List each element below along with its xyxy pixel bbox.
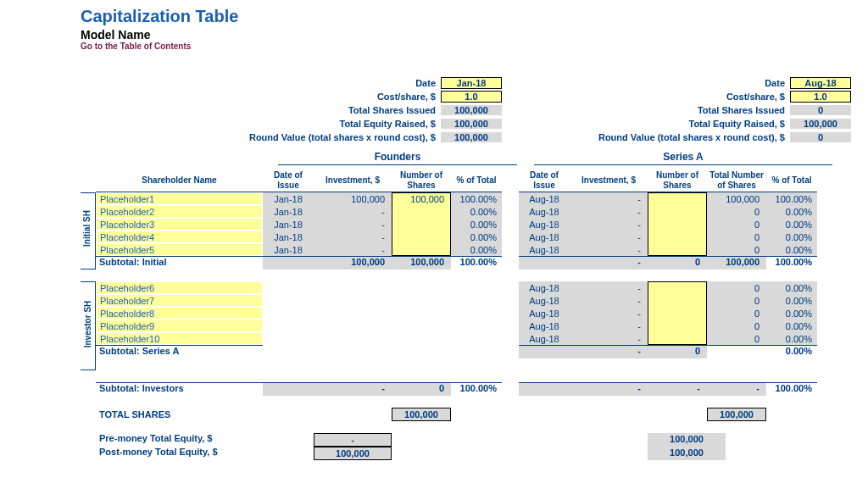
cell-a-shares[interactable] [648,243,707,256]
table-row: Placeholder2Jan-18-0.00%Aug-18-00.00% [96,205,851,218]
label-investor-sh: Investor SH [83,299,92,350]
table-row: Placeholder10Aug-18-00.00% [96,332,851,345]
col-a-total: Total Number of Shares [707,169,766,192]
cell-a-pct: 0.00% [766,307,817,320]
cell-a-shares[interactable] [648,332,707,345]
pre-money-a: 100,000 [648,433,726,447]
table-row: Placeholder7Aug-18-00.00% [96,294,851,307]
shareholder-name[interactable]: Placeholder2 [96,205,263,218]
total-shares-label: TOTAL SHARES [96,409,263,420]
cell-f-pct: 0.00% [451,243,502,256]
cell-a-date: Aug-18 [519,231,570,243]
cell-f-inv: - [314,231,392,243]
cell-a-date: Aug-18 [519,243,570,256]
shareholder-name[interactable]: Placeholder10 [96,332,263,345]
shareholder-name[interactable]: Placeholder5 [96,243,263,256]
cell-a-shares[interactable] [648,205,707,218]
cell-a-total: 0 [707,281,766,294]
cell-a-total: 0 [707,307,766,320]
table-row: Placeholder8Aug-18-00.00% [96,307,851,320]
col-shareholder: Shareholder Name [96,169,263,192]
cell-a-date: Aug-18 [519,294,570,307]
table-row: Placeholder6Aug-18-00.00% [96,281,851,294]
cell-a-shares[interactable] [648,231,707,243]
seriesa-cost[interactable]: 1.0 [790,91,851,103]
subtotal-investors-f-sh: 0 [392,382,451,396]
cell-f-inv: - [314,243,392,256]
shareholder-name[interactable]: Placeholder8 [96,307,263,320]
cell-a-date: Aug-18 [519,192,570,205]
cell-a-date: Aug-18 [519,307,570,320]
cell-a-pct: 0.00% [766,205,817,218]
cell-f-shares[interactable] [392,231,451,243]
label-equity-a: Total Equity Raised, $ [536,119,790,129]
cell-a-shares[interactable] [648,218,707,231]
shareholder-name[interactable]: Placeholder4 [96,231,263,243]
row-subtotal-initial: Subtotal: Initial100,000100,000100.00%-0… [96,256,851,270]
label-equity: Total Equity Raised, $ [186,119,441,129]
col-f-shares: Number of Shares [392,169,451,192]
group-initial: Initial SH Placeholder1Jan-18100,000100,… [81,192,851,270]
col-f-pct: % of Total [451,169,502,192]
cell-f-pct: 0.00% [451,218,502,231]
shareholder-name[interactable]: Placeholder6 [96,281,263,294]
cell-a-total: 0 [707,243,766,256]
shareholder-name[interactable]: Placeholder7 [96,294,263,307]
cell-a-shares[interactable] [648,320,707,332]
total-shares-f: 100,000 [392,408,451,421]
table-row: Placeholder4Jan-18-0.00%Aug-18-00.00% [96,231,851,243]
cell-a-total: 100,000 [707,192,766,205]
cell-f-shares[interactable] [392,218,451,231]
post-money-f: 100,000 [314,447,392,460]
label-cost-a: Cost/share, $ [536,92,790,102]
col-a-inv: Investment, $ [570,169,648,192]
founders-date[interactable]: Jan-18 [441,77,502,89]
cell-a-inv: - [570,332,648,345]
cell-f-pct: 100.00% [451,192,502,205]
table-row: Placeholder9Aug-18-00.00% [96,320,851,332]
shareholder-name[interactable]: Placeholder3 [96,218,263,231]
seriesa-date[interactable]: Aug-18 [790,77,851,89]
seriesa-shares: 0 [790,105,851,115]
cell-a-total: 0 [707,218,766,231]
cell-a-shares[interactable] [648,192,707,205]
cell-a-pct: 0.00% [766,281,817,294]
total-shares-a: 100,000 [707,408,766,421]
cell-a-total: 0 [707,231,766,243]
label-cost: Cost/share, $ [186,92,441,102]
shareholder-name[interactable]: Placeholder9 [96,320,263,332]
cell-f-inv: - [314,205,392,218]
cell-a-pct: 0.00% [766,320,817,332]
col-a-date: Date of Issue [519,169,570,192]
seriesa-round: 0 [790,132,851,142]
col-a-shares: Number of Shares [648,169,707,192]
pre-money-f: - [314,433,392,447]
cell-a-date: Aug-18 [519,332,570,345]
table-row: Placeholder1Jan-18100,000100,000100.00%A… [96,192,851,205]
shareholder-name[interactable]: Placeholder1 [96,192,263,205]
col-f-inv: Investment, $ [314,169,392,192]
founders-cost[interactable]: 1.0 [441,91,502,103]
table-row: Placeholder3Jan-18-0.00%Aug-18-00.00% [96,218,851,231]
col-f-date: Date of Issue [263,169,314,192]
cell-f-date: Jan-18 [263,205,314,218]
cell-f-shares[interactable] [392,205,451,218]
cell-a-shares[interactable] [648,294,707,307]
cell-f-date: Jan-18 [263,243,314,256]
cell-f-shares[interactable] [392,243,451,256]
cell-a-inv: - [570,307,648,320]
cell-a-inv: - [570,192,648,205]
cell-f-shares[interactable]: 100,000 [392,192,451,205]
cell-a-shares[interactable] [648,281,707,294]
founders-shares: 100,000 [441,105,502,115]
subtotal-investors-a-sh: - [648,382,707,396]
post-money-label: Post-money Total Equity, $ [96,447,314,460]
subtotal-investors-f-pct: 100.00% [451,382,502,396]
group-investor: Investor SH Placeholder6Aug-18-00.00%Pla… [81,281,851,370]
cell-a-shares[interactable] [648,307,707,320]
subtotal-investors-a-tot: - [707,382,766,396]
cell-f-pct: 0.00% [451,231,502,243]
summary-seriesa: DateAug-18 Cost/share, $1.0 Total Shares… [536,76,851,144]
label-initial-sh: Initial SH [82,208,92,250]
toc-link[interactable]: Go to the Table of Contents [81,42,851,51]
